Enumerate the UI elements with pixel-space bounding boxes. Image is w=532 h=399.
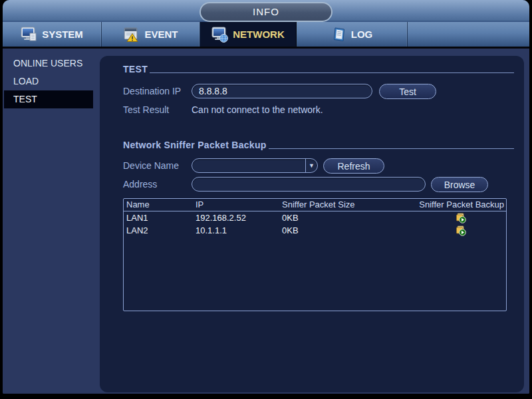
sniffer-section-header: Network Sniffer Packet Backup [123, 138, 514, 150]
column-header-packet-size: Sniffer Packet Size [279, 199, 395, 211]
tab-label: EVENT [144, 29, 178, 40]
section-underline [150, 72, 514, 73]
cell-name: LAN2 [124, 224, 193, 237]
tab-event[interactable]: EVENT [102, 22, 200, 47]
sniffer-backup-icon[interactable] [456, 213, 466, 223]
chevron-down-icon[interactable]: ▼ [305, 159, 317, 172]
destination-ip-label: Destination IP [123, 86, 181, 96]
section-underline [269, 148, 514, 149]
browse-button[interactable]: Browse [431, 177, 488, 192]
column-header-name: Name [124, 199, 193, 211]
dvr-info-screen: INFO [0, 0, 532, 399]
address-label: Address [123, 179, 157, 190]
cell-name: LAN1 [124, 211, 193, 224]
sniffer-backup-icon[interactable] [456, 225, 466, 236]
test-section-title: TEST [123, 64, 148, 74]
test-result-label: Test Result [123, 104, 169, 115]
destination-ip-input[interactable] [192, 84, 372, 98]
sidebar: ONLINE USERS LOAD TEST [3, 55, 100, 108]
sniffer-table: Name IP Sniffer Packet Size Sniffer Pack… [123, 198, 507, 311]
test-button[interactable]: Test [379, 84, 436, 99]
address-input[interactable] [192, 177, 426, 192]
table-header-row: Name IP Sniffer Packet Size Sniffer Pack… [124, 199, 506, 211]
cell-ip: 192.168.2.52 [193, 211, 279, 224]
tab-bar: SYSTEM EVENT [3, 22, 529, 49]
tab-log[interactable]: LOG [297, 22, 408, 47]
device-name-value [192, 159, 305, 172]
tab-label: NETWORK [233, 29, 285, 40]
tab-system[interactable]: SYSTEM [3, 22, 102, 47]
column-header-ip: IP [193, 199, 279, 211]
cell-packet-size: 0KB [279, 211, 395, 224]
sidebar-item-online-users[interactable]: ONLINE USERS [4, 55, 96, 72]
cell-packet-backup [395, 211, 506, 224]
test-section-header: TEST [123, 63, 514, 74]
system-icon [21, 27, 38, 43]
column-header-packet-backup: Sniffer Packet Backup [395, 199, 506, 211]
window-frame: INFO [3, 0, 529, 394]
event-icon [123, 27, 140, 43]
window-title: INFO [200, 2, 332, 22]
tab-label: LOG [351, 29, 373, 40]
cell-packet-backup [395, 224, 506, 237]
sniffer-section-title: Network Sniffer Packet Backup [123, 140, 267, 150]
log-icon [331, 27, 347, 43]
table-row[interactable]: LAN1 192.168.2.52 0KB [124, 211, 506, 224]
tab-bar-filler [408, 22, 529, 47]
sidebar-item-test[interactable]: TEST [4, 90, 93, 108]
tab-network[interactable]: NETWORK [200, 22, 297, 47]
test-result-value: Can not connect to the network. [192, 104, 323, 115]
cell-packet-size: 0KB [279, 224, 395, 237]
table-row[interactable]: LAN2 10.1.1.1 0KB [124, 224, 506, 237]
main-panel: TEST Destination IP Test Test Result Can… [100, 56, 524, 392]
device-name-dropdown[interactable]: ▼ [192, 158, 318, 173]
body: ONLINE USERS LOAD TEST TEST Destination … [3, 49, 529, 394]
cell-ip: 10.1.1.1 [193, 224, 279, 237]
device-name-label: Device Name [123, 160, 179, 171]
network-icon [211, 27, 229, 43]
sidebar-item-load[interactable]: LOAD [4, 72, 96, 90]
tab-label: SYSTEM [42, 29, 83, 40]
title-bar: INFO [3, 0, 529, 22]
refresh-button[interactable]: Refresh [323, 158, 384, 174]
